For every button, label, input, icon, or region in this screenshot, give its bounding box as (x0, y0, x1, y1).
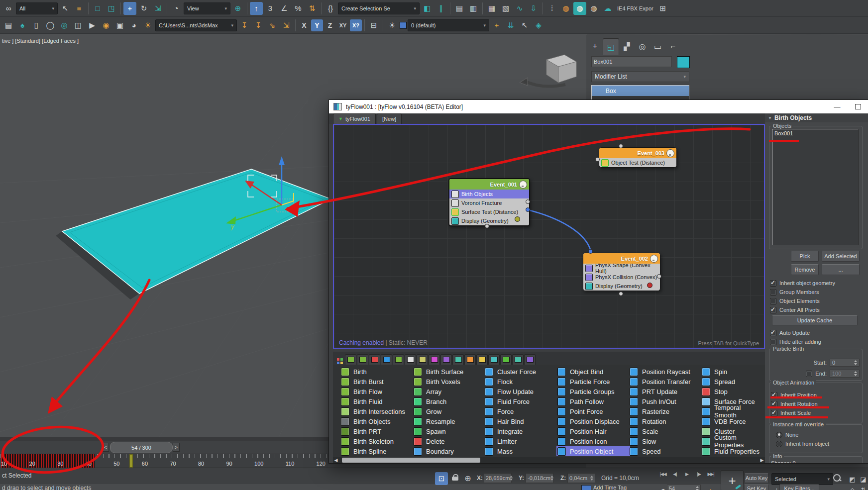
align-icon[interactable]: ∥ (434, 2, 447, 15)
checkbox[interactable]: Inherit object geometry (770, 279, 835, 288)
z-spinner[interactable] (590, 476, 593, 481)
selection-lock-icon[interactable] (452, 474, 459, 480)
named-selection-sets-dropdown[interactable]: Create Selection Se (338, 2, 420, 14)
node-top-socket[interactable] (619, 144, 623, 148)
tyflow-titlebar[interactable]: tyFlow001 : [tyFlow v0,16104 (BETA) Edit… (329, 100, 868, 113)
operator-list-item[interactable]: Birth Fluid (340, 396, 410, 406)
operator-list-item[interactable]: Particle Force (556, 377, 630, 387)
operator-list-item[interactable]: Fluid Force (484, 396, 555, 406)
operator-list-item[interactable]: Mass (484, 446, 555, 456)
node-operator[interactable]: PhysX Collision (Convex) (583, 273, 660, 282)
operator-list-item[interactable]: Array (413, 387, 482, 396)
filter-sim[interactable] (512, 354, 524, 365)
operator-list-item[interactable]: Position Object (556, 446, 630, 456)
angle-snap-icon[interactable]: ∠ (278, 2, 291, 15)
rendered-frame-window-icon[interactable]: ◍ (573, 2, 586, 15)
scene-undo-icon[interactable]: ▤ (2, 19, 15, 32)
filter-delete[interactable] (369, 354, 380, 365)
set-key-button[interactable]: Set Key (745, 485, 768, 490)
y-coord-field[interactable]: -0,018cm (526, 473, 553, 483)
operator-list-item[interactable]: Force (484, 406, 555, 416)
select-cursor-icon[interactable]: ↖ (518, 19, 531, 32)
auto-key-button[interactable]: Auto Key (745, 473, 768, 483)
snap-toggle-3d-icon[interactable]: 3 (264, 2, 277, 15)
scrollbar-thumb[interactable] (342, 458, 480, 463)
operator-list-item[interactable]: Birth Surface (413, 367, 482, 377)
rectangular-selection-region-icon[interactable]: □ (91, 2, 104, 15)
input-socket-connected[interactable] (588, 249, 593, 254)
input-socket[interactable] (595, 157, 600, 162)
split-view-icon[interactable]: ◫ (72, 19, 85, 32)
select-and-scale-icon[interactable]: ⇲ (151, 2, 164, 15)
modifier-list-dropdown[interactable]: Modifier List (591, 71, 689, 82)
use-pivot-center-icon[interactable]: ⊕ (231, 2, 244, 15)
filter-export[interactable] (417, 354, 428, 365)
operator-list-item[interactable]: Position Displace (556, 416, 630, 426)
layer-cycle-icon[interactable]: ◎ (58, 19, 71, 32)
operator-list-item[interactable]: Birth Skeleton (340, 436, 410, 446)
window-crossing-icon[interactable]: ◳ (105, 2, 118, 15)
dope-sheet-icon[interactable]: ▧ (499, 2, 512, 15)
zoom-region-icon[interactable]: ◪ (857, 473, 868, 485)
motion-mixer-icon[interactable]: ∿ (513, 2, 526, 15)
torus-icon[interactable]: ◯ (44, 19, 57, 32)
add-selected-button[interactable]: Add Selected (822, 251, 860, 262)
operator-list-scrollbar[interactable]: ◀ ▶ (333, 457, 765, 463)
zoom-extents-icon[interactable]: ◩ (846, 473, 858, 485)
checkbox[interactable]: Center All Pivots (770, 305, 835, 314)
key-filters-button[interactable]: Key Filters... (779, 485, 819, 490)
operator-list-item[interactable]: Spin (701, 367, 763, 377)
layer-explorer-icon[interactable]: ▥ (467, 2, 480, 15)
filter-physx[interactable] (440, 354, 452, 365)
operator-list-item[interactable]: Point Force (556, 406, 630, 416)
operator-list-item[interactable]: Rasterize (629, 406, 700, 416)
tab-new[interactable]: [New] (377, 113, 402, 124)
pick-button[interactable]: Pick (791, 251, 819, 262)
end-field[interactable]: 100 (830, 370, 860, 378)
frame-spinner[interactable] (696, 486, 699, 490)
layer-down-icon[interactable]: ⇊ (504, 19, 517, 32)
axis-y-button[interactable]: Y (311, 19, 323, 31)
checkbox[interactable]: Object Elements (770, 296, 835, 305)
filter-flow[interactable] (500, 354, 512, 365)
operator-list-item[interactable]: Position Icon (556, 436, 630, 446)
operator-list-item[interactable]: Position Hair (556, 426, 630, 436)
operator-list-item[interactable]: Particle Groups (556, 387, 630, 396)
checkbox[interactable]: Auto Update (770, 328, 821, 337)
operator-list-item[interactable]: Hair Bind (484, 416, 555, 426)
operator-list-item[interactable]: Birth Objects (340, 416, 410, 426)
material-ball-icon[interactable]: ☀ (386, 19, 399, 32)
operator-list-item[interactable]: Birth Spline (340, 446, 410, 456)
filter-test[interactable] (393, 354, 404, 365)
tab-tyflow001[interactable]: ▼ tyFlow001 (333, 113, 376, 124)
operator-list-item[interactable]: Stop (701, 387, 763, 396)
play-button[interactable]: ▶ (681, 468, 693, 480)
isolate-selection-button[interactable]: ⊡ (435, 472, 448, 485)
display-tab[interactable]: ▭ (650, 38, 665, 54)
object-name-field[interactable]: Box001 (591, 56, 672, 67)
link-constraint-icon[interactable]: ∞ (2, 2, 15, 15)
import-icon[interactable]: ↧ (238, 19, 251, 32)
checkbox[interactable]: Inherit Position (771, 391, 818, 399)
minimize-button[interactable]: — (827, 100, 848, 113)
viewport-label[interactable]: tive ] [Standard] [Edged Faces ] (2, 38, 79, 44)
checkbox[interactable]: Hide after adding (770, 337, 821, 346)
filter-particle[interactable] (464, 354, 476, 365)
y-spinner[interactable] (550, 476, 553, 481)
operator-list-item[interactable]: Path Follow (556, 396, 630, 406)
x-coord-field[interactable]: 28,659cm (484, 473, 512, 483)
stack-item-box[interactable]: Box (592, 86, 689, 96)
modify-tab[interactable]: ◱ (603, 38, 619, 55)
project-path-dropdown[interactable]: C:\Users\S...nts\3dsMax (155, 19, 237, 31)
scroll-left-button[interactable]: ◀ (333, 457, 339, 463)
operator-list-item[interactable]: Spawn (413, 426, 482, 436)
isolate-x-icon[interactable]: ⁞ (545, 2, 558, 15)
output-socket[interactable] (526, 199, 530, 204)
render-cloud-icon[interactable]: ☁ (601, 2, 614, 15)
operator-list-item[interactable]: Fluid Properties (701, 446, 763, 456)
time-configuration-icon[interactable]: ◔ (704, 484, 716, 490)
operator-list-item[interactable]: Flock (484, 377, 555, 387)
operator-list-item[interactable]: Birth Voxels (413, 377, 482, 387)
node-bottom-socket[interactable] (619, 292, 623, 296)
merge-icon[interactable]: ↧ (252, 19, 265, 32)
